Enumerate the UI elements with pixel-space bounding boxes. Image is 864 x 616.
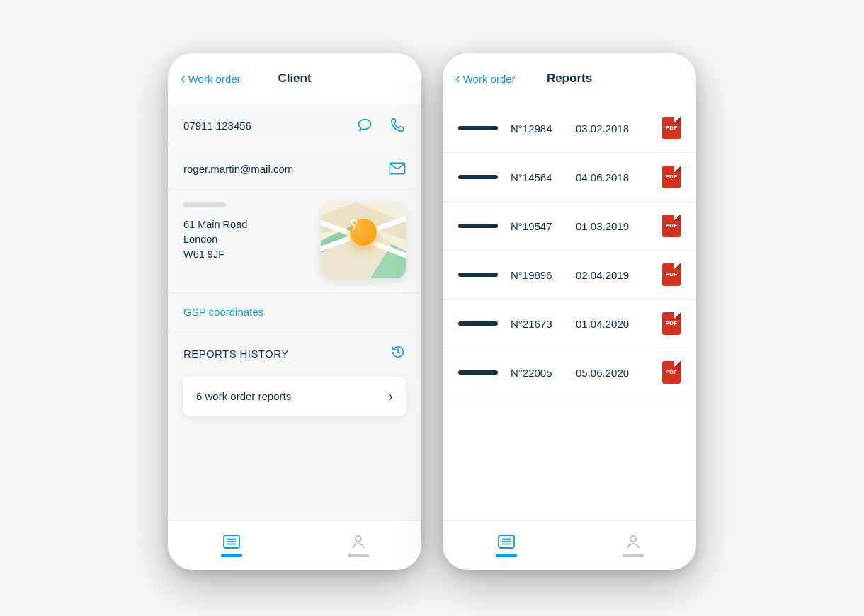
email-value: roger.martin@mail.com	[183, 163, 293, 175]
tab-indicator-inactive	[623, 554, 644, 557]
reports-card[interactable]: 6 work order reports ›	[183, 377, 406, 416]
phone-actions	[356, 117, 406, 134]
address-line3: W61 9JF	[183, 247, 309, 262]
svg-point-19	[630, 536, 636, 542]
pdf-icon[interactable]: PDF	[662, 361, 681, 384]
svg-point-8	[352, 220, 357, 225]
report-title-placeholder	[458, 175, 498, 179]
pdf-icon[interactable]: PDF	[662, 263, 681, 286]
report-title-placeholder	[458, 370, 498, 375]
header: ‹ Work order Reports	[443, 53, 696, 104]
address-label-placeholder	[183, 202, 226, 207]
mail-icon[interactable]	[389, 160, 406, 177]
report-number: N°21673	[511, 318, 563, 330]
report-row[interactable]: N°2200505.06.2020PDF	[443, 348, 696, 397]
pdf-icon[interactable]: PDF	[662, 117, 681, 139]
tab-bar	[168, 520, 421, 570]
back-label: Work order	[463, 73, 516, 85]
header: ‹ Work order Client	[168, 53, 421, 104]
chevron-left-icon: ‹	[455, 71, 460, 85]
tab-list[interactable]	[203, 534, 260, 557]
phone-reports: ‹ Work order Reports N°1298403.02.2018PD…	[443, 53, 696, 570]
phone-value: 07911 123456	[183, 120, 251, 132]
page-title: Reports	[547, 72, 592, 86]
report-row[interactable]: N°1298403.02.2018PDF	[443, 104, 696, 153]
report-date: 02.04.2019	[576, 269, 635, 281]
svg-rect-0	[390, 163, 404, 174]
tab-profile[interactable]	[330, 534, 387, 557]
pdf-icon[interactable]: PDF	[662, 215, 681, 237]
back-button[interactable]: ‹ Work order	[455, 72, 516, 85]
report-title-placeholder	[458, 321, 498, 326]
report-number: N°12984	[511, 122, 563, 135]
chat-icon[interactable]	[356, 117, 373, 134]
tab-indicator-inactive	[348, 554, 369, 557]
map-pin-icon	[350, 219, 377, 246]
address-text: 61 Main Road London W61 9JF	[183, 217, 309, 262]
reports-card-label: 6 work order reports	[196, 390, 291, 402]
address-text-block: 61 Main Road London W61 9JF	[183, 202, 309, 262]
report-date: 03.02.2018	[576, 122, 635, 135]
address-row: 61 Main Road London W61 9JF	[168, 190, 421, 293]
page-title: Client	[278, 72, 311, 86]
tab-indicator-active	[496, 554, 517, 557]
pdf-icon[interactable]: PDF	[662, 166, 681, 188]
report-date: 04.06.2018	[576, 171, 635, 183]
report-title-placeholder	[458, 273, 498, 277]
pdf-icon[interactable]: PDF	[662, 312, 681, 335]
gps-label: GSP coordinates	[183, 306, 263, 318]
reports-history-header: REPORTS HISTORY	[168, 331, 421, 372]
reports-list: N°1298403.02.2018PDFN°1456404.06.2018PDF…	[443, 104, 696, 520]
content: 07911 123456 roger.martin@mail.com	[168, 104, 421, 520]
tab-list[interactable]	[478, 534, 535, 557]
tab-bar	[443, 520, 696, 570]
report-title-placeholder	[458, 224, 498, 228]
tab-profile[interactable]	[605, 534, 661, 557]
report-number: N°19547	[511, 220, 563, 232]
report-number: N°19896	[511, 269, 563, 281]
address-line2: London	[183, 232, 309, 247]
report-title-placeholder	[458, 126, 498, 130]
report-row[interactable]: N°1954701.03.2019PDF	[443, 202, 696, 251]
svg-point-14	[356, 536, 361, 542]
phone-row: 07911 123456	[168, 104, 421, 147]
gps-coordinates-link[interactable]: GSP coordinates	[168, 293, 421, 331]
back-label: Work order	[188, 73, 241, 85]
map-thumbnail[interactable]	[321, 202, 406, 278]
report-date: 05.06.2020	[576, 367, 635, 379]
tab-indicator-active	[221, 554, 242, 557]
report-row[interactable]: N°1456404.06.2018PDF	[443, 153, 696, 202]
email-row: roger.martin@mail.com	[168, 147, 421, 190]
report-number: N°22005	[511, 367, 563, 379]
chevron-right-icon: ›	[388, 388, 393, 404]
phone-client: ‹ Work order Client 07911 123456	[168, 53, 421, 570]
chevron-left-icon: ‹	[181, 71, 186, 85]
report-row[interactable]: N°1989602.04.2019PDF	[443, 251, 696, 300]
report-row[interactable]: N°2167301.04.2020PDF	[443, 300, 696, 348]
section-label: REPORTS HISTORY	[183, 348, 289, 360]
report-date: 01.04.2020	[576, 318, 635, 330]
address-line1: 61 Main Road	[183, 217, 309, 232]
email-actions	[389, 160, 406, 177]
history-icon[interactable]	[390, 344, 406, 363]
call-icon[interactable]	[389, 117, 406, 134]
report-date: 01.03.2019	[576, 220, 635, 232]
back-button[interactable]: ‹ Work order	[181, 72, 241, 85]
report-number: N°14564	[511, 171, 563, 183]
